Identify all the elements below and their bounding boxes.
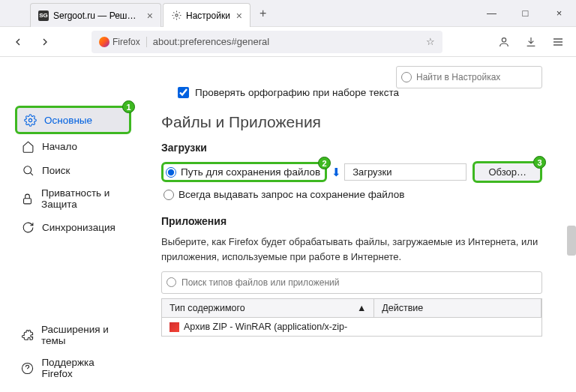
- forward-button[interactable]: [34, 31, 56, 52]
- tab-sergoot[interactable]: SG Sergoot.ru — Решение ваши ×: [30, 3, 161, 27]
- help-icon: [21, 361, 34, 375]
- svg-point-3: [23, 166, 31, 173]
- sort-asc-icon: ▲: [357, 303, 366, 313]
- always-ask-radio[interactable]: Всегда выдавать запрос на сохранение фай…: [164, 189, 542, 200]
- favicon-sergoot: SG: [38, 10, 49, 21]
- th-action[interactable]: Действие: [374, 299, 542, 317]
- home-icon: [21, 139, 34, 153]
- download-folder: ⬇: [332, 166, 344, 179]
- apps-search-input[interactable]: [161, 271, 542, 294]
- browse-label: Обзор…: [488, 166, 526, 178]
- titlebar: SG Sergoot.ru — Решение ваши × Настройки…: [0, 0, 576, 27]
- tab-title: Sergoot.ru — Решение ваши: [53, 10, 141, 21]
- save-path-radio[interactable]: Путь для сохранения файлов: [166, 166, 320, 178]
- tab-title: Настройки: [186, 10, 230, 21]
- apps-description: Выберите, как Firefox будет обрабатывать…: [161, 235, 542, 264]
- save-path-radio-wrap: Путь для сохранения файлов 2: [161, 162, 327, 182]
- download-folder-path[interactable]: Загрузки: [344, 163, 466, 181]
- gear-icon: [171, 10, 182, 21]
- url-prefix: Firefox: [112, 37, 140, 47]
- row-action[interactable]: [374, 318, 542, 336]
- download-arrow-icon: ⬇: [332, 166, 341, 179]
- th-type-label: Тип содержимого: [170, 303, 245, 313]
- close-icon[interactable]: ×: [236, 10, 242, 22]
- firefox-icon: [99, 37, 110, 47]
- table-row[interactable]: Архив ZIP - WinRAR (application/x-zip-: [162, 318, 542, 336]
- gear-icon: [23, 113, 37, 127]
- tab-settings[interactable]: Настройки ×: [163, 3, 250, 27]
- bookmark-star-icon[interactable]: ☆: [426, 36, 435, 47]
- new-tab-button[interactable]: +: [252, 7, 274, 20]
- apps-heading: Приложения: [161, 215, 542, 227]
- annotation-badge-2: 2: [318, 157, 331, 169]
- table-header: Тип содержимого ▲ Действие: [162, 299, 542, 318]
- close-button[interactable]: ×: [542, 0, 576, 27]
- search-icon: [21, 163, 34, 177]
- minimize-button[interactable]: —: [475, 0, 508, 27]
- account-icon[interactable]: [494, 31, 514, 52]
- url-bar[interactable]: Firefox about:preferences#general ☆: [92, 31, 442, 53]
- sidebar-item-home[interactable]: Начало: [15, 134, 131, 158]
- svg-point-2: [28, 118, 32, 121]
- main-panel: Форматирование даты, времени, чисел и ед…: [139, 57, 576, 392]
- lock-icon: [21, 192, 34, 205]
- spellcheck-row: Проверять орфографию при наборе текста: [178, 87, 542, 98]
- section-files-apps: Файлы и Приложения: [161, 113, 542, 131]
- puzzle-icon: [21, 328, 34, 342]
- sidebar: Основные 1 Начало Поиск Приватность и За…: [0, 57, 139, 392]
- sidebar-label: Расширения и темы: [41, 324, 125, 346]
- browse-button[interactable]: Обзор… 3: [472, 161, 542, 183]
- download-path-row: Путь для сохранения файлов 2 ⬇ Загрузки …: [161, 161, 542, 183]
- always-ask-radio-input[interactable]: [164, 190, 174, 200]
- back-button[interactable]: [8, 31, 28, 52]
- toolbar: Firefox about:preferences#general ☆: [0, 27, 576, 57]
- sidebar-item-sync[interactable]: Синхронизация: [15, 215, 131, 239]
- sidebar-label: Поддержка Firefox: [41, 357, 125, 379]
- sidebar-item-general[interactable]: Основные 1: [15, 106, 131, 134]
- sidebar-label: Начало: [42, 141, 77, 152]
- scrollbar-thumb[interactable]: [567, 226, 576, 256]
- sidebar-label: Поиск: [42, 165, 70, 176]
- maximize-button[interactable]: □: [508, 0, 542, 27]
- save-path-label: Путь для сохранения файлов: [181, 166, 320, 178]
- firefox-identity: Firefox: [99, 37, 147, 47]
- annotation-badge-1: 1: [122, 100, 135, 113]
- sidebar-label: Приватность и Защита: [41, 187, 125, 210]
- sync-icon: [21, 220, 34, 234]
- window-controls: — □ ×: [475, 0, 576, 27]
- sidebar-label: Основные: [44, 115, 92, 126]
- downloads-icon[interactable]: [520, 31, 542, 52]
- close-icon[interactable]: ×: [147, 10, 153, 22]
- spellcheck-checkbox[interactable]: [178, 87, 189, 98]
- downloads-heading: Загрузки: [161, 142, 542, 154]
- sidebar-item-extensions[interactable]: Расширения и темы: [15, 319, 131, 352]
- url-text: about:preferences#general: [153, 36, 426, 47]
- svg-point-0: [175, 14, 177, 16]
- sidebar-item-privacy[interactable]: Приватность и Защита: [15, 182, 131, 215]
- winrar-icon: [170, 322, 179, 332]
- apps-table: Тип содержимого ▲ Действие Архив ZIP - W…: [161, 298, 542, 337]
- tab-strip: SG Sergoot.ru — Решение ваши × Настройки…: [0, 0, 274, 26]
- row-type-label: Архив ZIP - WinRAR (application/x-zip-: [184, 322, 347, 332]
- apps-search: [161, 271, 542, 298]
- svg-rect-4: [24, 198, 32, 203]
- sidebar-label: Синхронизация: [42, 222, 116, 233]
- spellcheck-label: Проверять орфографию при наборе текста: [195, 87, 399, 98]
- menu-icon[interactable]: [548, 31, 568, 52]
- content: Основные 1 Начало Поиск Приватность и За…: [0, 57, 576, 392]
- always-ask-label: Всегда выдавать запрос на сохранение фай…: [178, 189, 405, 200]
- annotation-badge-3: 3: [533, 156, 546, 169]
- svg-point-1: [502, 37, 506, 41]
- sidebar-item-support[interactable]: Поддержка Firefox: [15, 352, 131, 385]
- th-content-type[interactable]: Тип содержимого ▲: [162, 299, 374, 317]
- save-path-radio-input[interactable]: [166, 167, 176, 178]
- sidebar-item-search[interactable]: Поиск: [15, 158, 131, 182]
